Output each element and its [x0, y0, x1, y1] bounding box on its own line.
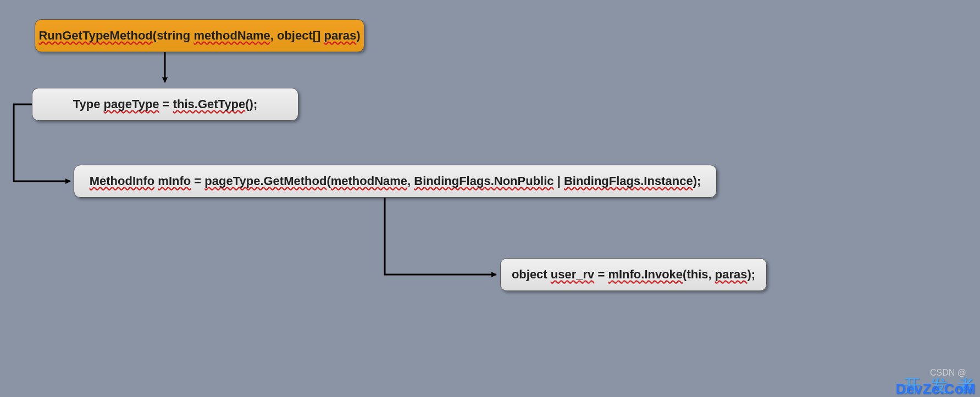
- watermark-devze: DevZe.CoM: [896, 381, 976, 397]
- n2-text: Type pageType = this.GetType();: [73, 97, 258, 111]
- flow-arrow: [385, 198, 496, 275]
- node-run-get-type-method: RunGetTypeMethod(string methodName, obje…: [35, 19, 364, 52]
- node-user-rv: object user_rv = mInfo.Invoke(this, para…: [500, 258, 767, 291]
- node-page-type: Type pageType = this.GetType();: [32, 88, 298, 121]
- node-method-info: MethodInfo mInfo = pageType.GetMethod(me…: [74, 165, 717, 198]
- n4-text: object user_rv = mInfo.Invoke(this, para…: [512, 267, 755, 282]
- arrow-layer: [0, 0, 980, 397]
- n1-text: RunGetTypeMethod(string methodName, obje…: [38, 29, 360, 43]
- n3-text: MethodInfo mInfo = pageType.GetMethod(me…: [90, 174, 701, 188]
- diagram-canvas: RunGetTypeMethod(string methodName, obje…: [0, 0, 980, 397]
